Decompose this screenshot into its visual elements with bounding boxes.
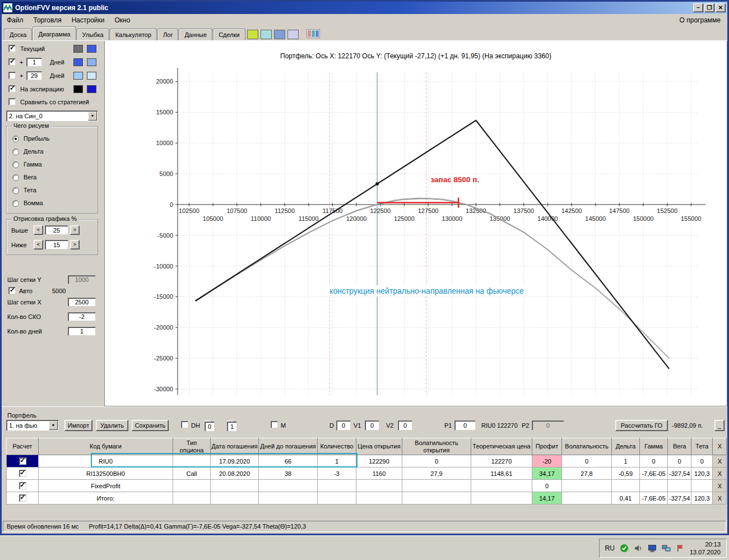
table-row[interactable]: RI132500BH0 Call 20.08.2020 38 -3 1160 2…	[7, 468, 727, 480]
radio-profit[interactable]	[12, 136, 19, 142]
dh-spinner-1[interactable]: ▴▾	[205, 420, 212, 431]
days29-input[interactable]	[26, 71, 42, 80]
strategy-select[interactable]: 2. на Син_0 ▼	[6, 110, 98, 122]
below-decrease-button[interactable]: <	[34, 240, 43, 249]
auto-label: Авто	[19, 288, 32, 294]
tab-log[interactable]: Лог	[157, 29, 178, 40]
color-swatch[interactable]	[73, 45, 83, 53]
above-percent-input[interactable]	[45, 225, 68, 235]
color-swatch-icon[interactable]	[247, 30, 258, 39]
row-select-cell[interactable]	[7, 468, 39, 480]
row-select-cell[interactable]	[7, 480, 39, 492]
auto-checkbox[interactable]	[8, 287, 16, 294]
table-row-total[interactable]: Итого: 14,17 0,41 -7,6E-05 -327,54 120,3…	[7, 492, 727, 505]
tab-diagram[interactable]: Диаграмма	[32, 26, 76, 40]
language-indicator[interactable]: RU	[605, 544, 615, 552]
delete-button[interactable]: Удалить	[96, 420, 128, 431]
color-swatch[interactable]	[87, 72, 96, 80]
above-decrease-button[interactable]: <	[34, 225, 43, 235]
status-ok-icon[interactable]	[620, 544, 629, 553]
row-checkbox[interactable]	[19, 494, 26, 502]
save-button[interactable]: Сохранить	[132, 420, 169, 431]
maximize-button[interactable]: ❐	[704, 3, 714, 12]
m-checkbox[interactable]	[271, 421, 278, 428]
menu-file[interactable]: Файл	[2, 15, 29, 26]
v2-input[interactable]	[398, 420, 412, 431]
chevron-down-icon[interactable]: ▼	[49, 421, 58, 430]
close-button[interactable]: ✕	[716, 3, 726, 12]
radio-delta[interactable]	[12, 149, 19, 155]
row-checkbox[interactable]	[19, 457, 26, 465]
row-select-cell[interactable]	[7, 455, 39, 468]
cell: Итого:	[39, 492, 173, 505]
volume-icon[interactable]	[634, 544, 643, 553]
portfolio-select[interactable]: 1. на фью ▼	[6, 420, 59, 431]
chart-panel: Портфель: Ось X: 122170 Ось Y: (Текущий …	[104, 41, 727, 406]
plus1-checkbox[interactable]	[8, 58, 16, 66]
color-swatch[interactable]	[87, 85, 96, 93]
grid-x-input[interactable]	[68, 298, 96, 307]
radio-theta[interactable]	[12, 187, 19, 194]
delete-row-button[interactable]: X	[713, 455, 727, 468]
row-select-cell[interactable]	[7, 492, 39, 505]
sko-input[interactable]	[68, 312, 96, 321]
color-swatch-icon[interactable]	[274, 30, 285, 39]
calc-margin-button[interactable]: Рассчитать ГО	[615, 420, 668, 431]
clock[interactable]: 20:13 13.07.2020	[690, 540, 721, 556]
radio-vomma[interactable]	[12, 200, 19, 207]
current-checkbox[interactable]	[8, 45, 16, 52]
table-row[interactable]: FixedProfit 0 X	[7, 480, 727, 492]
v1-input[interactable]	[365, 420, 379, 431]
row-checkbox[interactable]	[19, 482, 26, 489]
color-swatch[interactable]	[87, 45, 96, 53]
d-input[interactable]	[336, 420, 351, 431]
delete-row-button[interactable]: X	[713, 468, 727, 480]
expiration-checkbox[interactable]	[8, 85, 16, 92]
svg-text:145000: 145000	[585, 215, 606, 222]
color-swatch[interactable]	[73, 58, 83, 66]
display-icon[interactable]	[648, 544, 657, 553]
tab-smile[interactable]: Улыбка	[77, 29, 109, 40]
below-increase-button[interactable]: >	[70, 240, 80, 249]
menu-settings[interactable]: Настройки	[67, 15, 110, 26]
payoff-chart[interactable]: 20000150001000050000-5000-10000-15000-20…	[105, 41, 727, 405]
dh-spinner-2[interactable]: ▴▾	[227, 420, 234, 431]
color-swatch[interactable]	[87, 58, 96, 66]
svg-text:112500: 112500	[275, 207, 295, 214]
row-checkbox[interactable]	[19, 470, 26, 477]
days1-input[interactable]	[26, 58, 42, 67]
plus29-checkbox[interactable]	[8, 72, 16, 79]
palette-icon[interactable]	[307, 29, 320, 38]
menu-trading[interactable]: Торговля	[29, 15, 67, 26]
collapse-button[interactable]: _	[714, 420, 725, 431]
network-icon[interactable]	[662, 544, 671, 553]
color-swatch[interactable]	[73, 72, 83, 80]
minimize-button[interactable]: –	[693, 3, 703, 12]
radio-gamma[interactable]	[12, 161, 19, 168]
dh-checkbox[interactable]	[181, 421, 188, 428]
chevron-down-icon[interactable]: ▼	[88, 112, 97, 121]
cell	[173, 455, 211, 468]
compare-checkbox[interactable]	[8, 98, 16, 105]
above-increase-button[interactable]: >	[70, 225, 80, 235]
table-row[interactable]: RIU0 17.09.2020 66 1 122290 0 122270 -20…	[7, 455, 727, 468]
color-swatch[interactable]	[73, 85, 83, 93]
flag-icon[interactable]	[676, 544, 685, 553]
below-percent-input[interactable]	[45, 240, 68, 249]
tab-deals[interactable]: Сделки	[213, 29, 245, 40]
p1-input[interactable]	[454, 420, 476, 431]
tab-calculator[interactable]: Калькулятор	[110, 29, 157, 40]
menu-window[interactable]: Окно	[110, 15, 136, 26]
color-swatch-icon[interactable]	[261, 30, 272, 39]
radio-vega[interactable]	[12, 174, 19, 181]
menu-about[interactable]: О программе	[673, 15, 727, 26]
import-button[interactable]: Импорт	[64, 420, 92, 431]
tab-board[interactable]: Доска	[4, 29, 32, 40]
delete-row-button[interactable]: X	[713, 480, 727, 492]
delete-row-button[interactable]: X	[713, 492, 727, 505]
cell: 0	[668, 455, 691, 468]
color-swatch-icon[interactable]	[287, 30, 299, 39]
days-count-input[interactable]	[68, 327, 96, 336]
horizontal-splitter[interactable]	[2, 406, 727, 412]
tab-data[interactable]: Данные	[179, 29, 212, 40]
